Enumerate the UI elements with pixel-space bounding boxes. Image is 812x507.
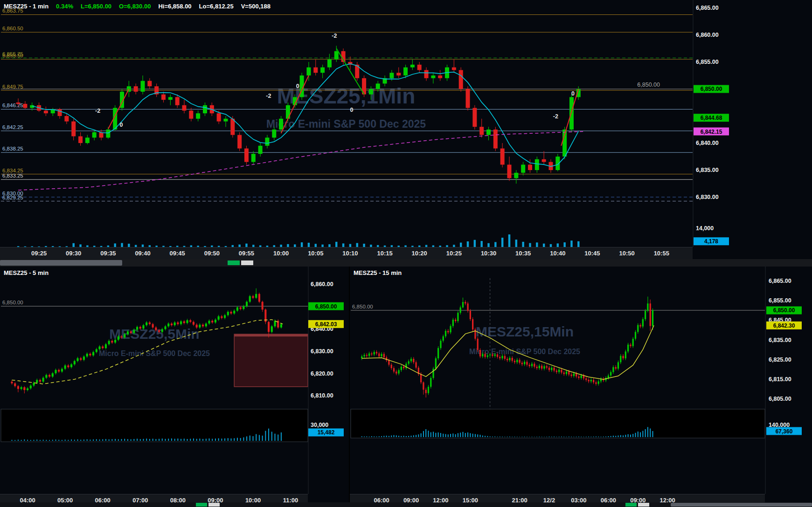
svg-text:10:00: 10:00	[273, 250, 289, 257]
svg-text:-2: -2	[332, 33, 337, 39]
svg-text:6,835.00: 6,835.00	[696, 167, 719, 173]
svg-text:6,850.00: 6,850.00	[701, 86, 722, 92]
svg-text:30,000: 30,000	[311, 422, 328, 428]
svg-text:14,000: 14,000	[696, 225, 714, 232]
svg-text:-2: -2	[266, 93, 271, 99]
svg-text:10:50: 10:50	[619, 250, 634, 257]
time-axis[interactable]: 09:2509:3009:3509:4009:4509:5009:5510:00…	[0, 247, 693, 259]
svg-text:6,834.25: 6,834.25	[2, 168, 23, 173]
svg-text:67,360: 67,360	[776, 428, 793, 435]
svg-text:6,825.00: 6,825.00	[769, 356, 791, 363]
svg-text:0: 0	[296, 83, 299, 89]
svg-text:6,850.00: 6,850.00	[2, 300, 23, 305]
svg-text:15,482: 15,482	[318, 429, 335, 436]
svg-text:10:20: 10:20	[412, 250, 427, 257]
candlestick-chart-15min[interactable]: MESZ25,15MinMicro E-mini S&P 500 Dec 202…	[350, 267, 812, 507]
zones-layer	[234, 334, 308, 387]
svg-text:6,835.00: 6,835.00	[769, 337, 791, 343]
svg-text:-2: -2	[553, 113, 558, 120]
svg-text:09:45: 09:45	[170, 250, 185, 257]
svg-text:6,850.00: 6,850.00	[352, 304, 373, 309]
svg-text:09:25: 09:25	[31, 250, 47, 257]
svg-text:6,842.03: 6,842.03	[315, 321, 337, 328]
svg-text:-2: -2	[95, 108, 100, 114]
trading-workspace: MESZ25,1MinMicro E-mini S&P 500 Dec 2025…	[0, 0, 812, 507]
chart-panel-15min: MESZ25,15MinMicro E-mini S&P 500 Dec 202…	[350, 267, 812, 507]
svg-text:MESZ25,5Min: MESZ25,5Min	[109, 326, 199, 342]
svg-text:6,860.50: 6,860.50	[2, 26, 23, 31]
svg-text:09:30: 09:30	[66, 250, 81, 257]
svg-text:6,815.00: 6,815.00	[769, 376, 791, 383]
svg-text:4,178: 4,178	[704, 238, 718, 245]
svg-text:10:30: 10:30	[481, 250, 496, 257]
scrollbar-top[interactable]	[0, 259, 812, 267]
svg-text:0: 0	[350, 107, 353, 113]
svg-text:6,833.25: 6,833.25	[2, 173, 23, 178]
scrollbar-marker-white[interactable]	[208, 503, 220, 507]
svg-text:0: 0	[571, 90, 575, 97]
svg-text:140,000: 140,000	[769, 422, 790, 428]
volume-subgraph-box	[1, 409, 308, 442]
scrollbar-marker-green[interactable]	[196, 503, 207, 507]
svg-text:6,842.15: 6,842.15	[701, 129, 722, 135]
svg-text:10:05: 10:05	[308, 250, 323, 257]
svg-text:0: 0	[120, 122, 123, 128]
chart-panel-5min: MESZ25,5MinMicro E-mini S&P 500 Dec 2025…	[0, 267, 349, 507]
scrollbar-thumb[interactable]	[0, 260, 122, 266]
svg-text:6,840.00: 6,840.00	[696, 140, 719, 146]
svg-text:6,842.25: 6,842.25	[2, 124, 23, 130]
svg-text:6,850.00: 6,850.00	[773, 307, 795, 314]
svg-text:6,820.00: 6,820.00	[311, 370, 333, 377]
svg-text:6,842.30: 6,842.30	[773, 322, 795, 329]
svg-text:6,829.25: 6,829.25	[2, 195, 23, 200]
svg-text:6,830.00: 6,830.00	[311, 348, 333, 355]
svg-text:6,855.50: 6,855.50	[2, 53, 23, 58]
svg-text:6,810.00: 6,810.00	[311, 392, 333, 399]
svg-text:6,850.00: 6,850.00	[315, 303, 337, 310]
svg-text:6,865.00: 6,865.00	[769, 278, 791, 284]
svg-text:MESZ25,15Min: MESZ25,15Min	[476, 324, 574, 339]
svg-text:6,830.00: 6,830.00	[696, 194, 719, 200]
svg-text:6,865.00: 6,865.00	[696, 5, 719, 11]
svg-text:6,850.00: 6,850.00	[637, 82, 660, 88]
scrollbar-marker-green[interactable]	[228, 260, 240, 265]
chart-panel-1min: MESZ25,1MinMicro E-mini S&P 500 Dec 2025…	[0, 0, 812, 259]
svg-text:6,805.00: 6,805.00	[769, 396, 791, 402]
svg-text:6,855.00: 6,855.00	[769, 297, 791, 304]
svg-text:10:55: 10:55	[654, 250, 669, 257]
svg-text:09:40: 09:40	[135, 250, 150, 257]
volume-subgraph-box	[351, 409, 765, 438]
svg-text:6,860.00: 6,860.00	[696, 32, 719, 38]
svg-text:Micro E-mini S&P 500 Dec 2025: Micro E-mini S&P 500 Dec 2025	[99, 349, 210, 357]
scrollbar-marker-white[interactable]	[638, 503, 649, 507]
svg-text:6,855.00: 6,855.00	[696, 59, 719, 65]
candlestick-chart-1min[interactable]: MESZ25,1MinMicro E-mini S&P 500 Dec 2025…	[0, 0, 812, 259]
scrollbar-bottom[interactable]	[0, 502, 812, 507]
svg-text:09:50: 09:50	[204, 250, 220, 257]
svg-text:6,849.75: 6,849.75	[2, 84, 23, 89]
scrollbar-thumb[interactable]	[671, 503, 812, 507]
svg-text:6,838.25: 6,838.25	[2, 146, 23, 151]
watermark: MESZ25,1MinMicro E-mini S&P 500 Dec 2025	[266, 84, 426, 130]
svg-text:10:45: 10:45	[584, 250, 600, 257]
svg-text:10:25: 10:25	[446, 250, 462, 257]
candlestick-chart-5min[interactable]: MESZ25,5MinMicro E-mini S&P 500 Dec 2025…	[0, 267, 349, 507]
scrollbar-marker-white[interactable]	[241, 260, 253, 265]
svg-text:6,860.00: 6,860.00	[311, 281, 333, 288]
svg-text:09:35: 09:35	[100, 250, 116, 257]
svg-text:10:15: 10:15	[377, 250, 392, 257]
svg-text:10:40: 10:40	[550, 250, 565, 257]
svg-text:10:35: 10:35	[515, 250, 531, 257]
svg-text:6,863.75: 6,863.75	[2, 8, 23, 14]
scrollbar-marker-green[interactable]	[625, 503, 637, 507]
svg-text:10:10: 10:10	[342, 250, 358, 257]
svg-text:6,844.68: 6,844.68	[701, 115, 722, 121]
svg-text:09:55: 09:55	[239, 250, 254, 257]
